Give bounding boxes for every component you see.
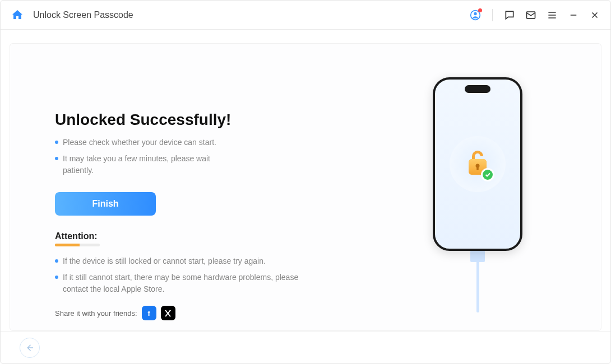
content-area: Unlocked Successfully! Please check whet… (1, 30, 610, 331)
facebook-icon[interactable]: f (142, 306, 156, 320)
phone-icon (433, 77, 522, 251)
titlebar-actions (470, 9, 600, 21)
result-card: Unlocked Successfully! Please check whet… (10, 43, 601, 331)
svg-rect-6 (476, 166, 479, 170)
menu-icon[interactable] (547, 10, 558, 21)
mail-icon[interactable] (525, 10, 536, 21)
x-twitter-icon[interactable] (161, 306, 175, 320)
share-label: Share it with your friends: (55, 309, 137, 318)
attention-list: If the device is still locked or cannot … (55, 255, 360, 295)
back-button[interactable] (20, 338, 40, 358)
app-window: Unlock Screen Passcode (0, 0, 611, 364)
close-icon[interactable] (589, 10, 600, 21)
lock-icon (465, 149, 490, 179)
attention-item: If it still cannot start, there may be s… (55, 272, 324, 295)
share-row: Share it with your friends: f (55, 306, 175, 320)
footer-bar (1, 331, 610, 363)
device-illustration (382, 77, 573, 319)
left-panel: Unlocked Successfully! Please check whet… (55, 77, 382, 319)
success-heading: Unlocked Successfully! (55, 111, 360, 129)
finish-button[interactable]: Finish (55, 192, 156, 216)
note-item: It may take you a few minutes, please wa… (55, 153, 223, 176)
home-icon[interactable] (11, 8, 24, 22)
attention-underline (55, 244, 100, 246)
minimize-icon[interactable] (568, 10, 579, 21)
page-title: Unlock Screen Passcode (33, 10, 133, 20)
title-bar: Unlock Screen Passcode (1, 1, 610, 30)
cable-icon (475, 251, 480, 312)
divider (492, 9, 493, 21)
attention-item: If the device is still locked or cannot … (55, 255, 324, 267)
notification-dot-icon (478, 8, 482, 12)
attention-heading: Attention: (55, 231, 360, 241)
note-item: Please check whether your device can sta… (55, 137, 223, 148)
svg-point-1 (474, 12, 476, 15)
notes-list: Please check whether your device can sta… (55, 137, 360, 176)
chat-icon[interactable] (504, 10, 515, 21)
checkmark-icon (481, 168, 494, 181)
account-icon[interactable] (470, 10, 481, 21)
